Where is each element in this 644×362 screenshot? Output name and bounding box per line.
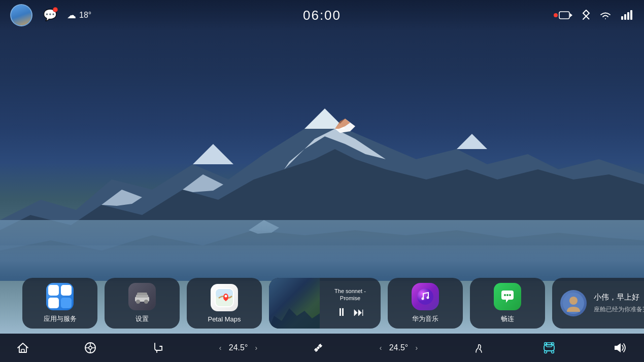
svg-point-46	[551, 351, 554, 353]
greeting-name: 小伟，早上好	[594, 293, 644, 302]
notification-dot	[53, 7, 58, 12]
wifi-icon	[599, 10, 612, 20]
svg-marker-3	[457, 134, 487, 149]
svg-rect-23	[137, 293, 147, 295]
svg-point-30	[417, 288, 433, 305]
settings-icon	[128, 283, 156, 310]
greeting-subtitle: 座舱已经为你准备完毕	[594, 305, 644, 314]
svg-point-41	[89, 346, 92, 349]
steering-button[interactable]	[84, 341, 97, 354]
clock: 06:00	[303, 8, 341, 23]
svg-point-45	[544, 351, 547, 353]
bluetooth-icon	[582, 9, 590, 21]
changlian-icon	[494, 283, 521, 310]
temp-right-decrease[interactable]: ‹	[380, 344, 382, 352]
water-reflection	[0, 220, 644, 281]
svg-point-34	[504, 294, 506, 296]
svg-rect-17	[627, 12, 629, 20]
svg-rect-13	[559, 12, 569, 19]
temperature: 18°	[79, 11, 91, 20]
music-buttons: ⏸ ⏭	[336, 306, 364, 319]
pause-button[interactable]: ⏸	[336, 306, 347, 319]
svg-point-32	[427, 297, 429, 299]
huawei-music-icon	[412, 283, 439, 310]
svg-rect-16	[624, 14, 626, 20]
dock-item-maps[interactable]: Petal Maps	[187, 278, 262, 329]
svg-marker-2	[193, 144, 233, 164]
recline-button[interactable]	[472, 341, 485, 354]
next-button[interactable]: ⏭	[353, 306, 364, 319]
temp-right-increase[interactable]: ›	[415, 344, 418, 352]
dock-item-huawei-music[interactable]: 华为音乐	[388, 278, 463, 329]
record-icon	[554, 11, 573, 20]
changlian-label: 畅连	[501, 314, 514, 323]
temp-left-value: 24.5°	[226, 343, 251, 352]
svg-point-36	[509, 294, 511, 296]
dock-item-greeting[interactable]: 小伟，早上好 座舱已经为你准备完毕	[552, 278, 644, 329]
temp-left-decrease[interactable]: ‹	[219, 344, 222, 352]
avatar[interactable]	[10, 4, 32, 26]
dock-item-music-player[interactable]: The sonnet - Promise ⏸ ⏭	[269, 278, 381, 329]
home-button[interactable]	[16, 341, 29, 354]
notification-badge[interactable]: 💬	[41, 6, 59, 24]
svg-point-35	[506, 294, 509, 296]
svg-point-28	[225, 295, 227, 297]
music-controls: The sonnet - Promise ⏸ ⏭	[320, 287, 381, 319]
huawei-music-label: 华为音乐	[412, 314, 438, 323]
seat-button[interactable]	[152, 341, 165, 354]
dock-item-settings[interactable]: 设置	[105, 278, 180, 329]
status-bar: 💬 ☁ 18° 06:00	[0, 0, 644, 30]
svg-point-38	[569, 297, 578, 305]
svg-rect-18	[630, 10, 632, 20]
status-right	[426, 9, 634, 21]
temp-right-value: 24.5°	[386, 343, 411, 352]
volume-button[interactable]	[613, 341, 628, 354]
svg-point-47	[544, 343, 547, 345]
status-center: 06:00	[218, 8, 426, 23]
svg-point-48	[551, 343, 554, 345]
control-bar: ‹ 24.5° › ‹ 24.5° ›	[0, 334, 644, 362]
song-title: The sonnet - Promise	[324, 287, 377, 302]
fan-button[interactable]	[312, 341, 325, 354]
svg-marker-14	[570, 13, 572, 17]
dock-item-apps[interactable]: 应用与服务	[22, 278, 97, 329]
svg-point-31	[422, 298, 424, 300]
svg-rect-15	[621, 16, 623, 20]
dock-item-changlian[interactable]: 畅连	[470, 278, 545, 329]
greeting-text: 小伟，早上好 座舱已经为你准备完毕	[594, 293, 644, 314]
svg-point-21	[136, 300, 140, 304]
svg-marker-29	[269, 308, 320, 329]
maps-label: Petal Maps	[208, 315, 241, 323]
signal-icon	[621, 10, 634, 20]
apps-icon	[46, 283, 74, 310]
settings-label: 设置	[135, 314, 149, 323]
svg-point-22	[144, 300, 148, 304]
weather-icon: ☁	[67, 10, 76, 21]
dock: 应用与服务 设置	[0, 273, 644, 334]
car-view-button[interactable]	[540, 342, 558, 354]
maps-icon	[211, 284, 238, 311]
temp-right-control: ‹ 24.5° ›	[380, 343, 418, 352]
temp-left-control: ‹ 24.5° ›	[219, 343, 257, 352]
album-art	[269, 278, 320, 329]
svg-point-42	[317, 347, 320, 349]
apps-label: 应用与服务	[44, 314, 77, 323]
status-left: 💬 ☁ 18°	[10, 4, 218, 26]
svg-rect-43	[544, 345, 554, 351]
temp-left-increase[interactable]: ›	[255, 344, 258, 352]
svg-rect-39	[21, 349, 24, 352]
weather-widget[interactable]: ☁ 18°	[67, 10, 91, 21]
greeting-avatar	[560, 290, 587, 316]
